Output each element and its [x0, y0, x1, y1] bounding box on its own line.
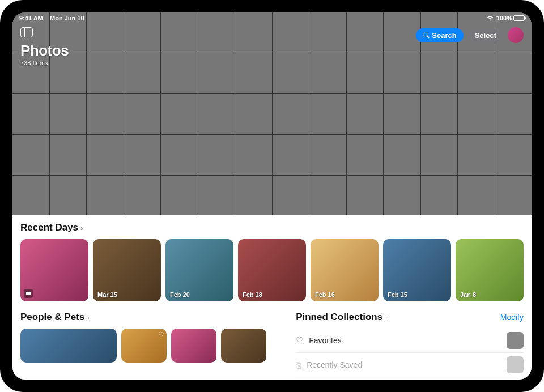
people-pets-header[interactable]: People & Pets › [20, 312, 282, 323]
photo-thumbnail[interactable] [421, 176, 458, 215]
pinned-item-label: Favorites [309, 336, 342, 345]
photo-thumbnail[interactable] [458, 176, 495, 215]
photo-thumbnail[interactable] [124, 176, 161, 215]
photo-thumbnail[interactable] [309, 135, 346, 175]
photo-thumbnail[interactable] [458, 94, 495, 134]
people-pets-title: People & Pets [20, 312, 84, 323]
photo-thumbnail[interactable] [384, 94, 420, 134]
main-content[interactable]: Photos 738 Items Search Select [12, 12, 532, 380]
photo-thumbnail[interactable] [161, 94, 198, 134]
recent-days-title: Recent Days [20, 222, 78, 233]
photo-thumbnail[interactable] [124, 94, 161, 134]
chevron-right-icon: › [87, 313, 89, 322]
people-card[interactable]: ♡ [121, 329, 167, 363]
profile-avatar[interactable] [508, 27, 524, 43]
ipad-frame: ••• 9:41 AM Mon Jun 10 100% [0, 0, 544, 392]
photo-thumbnail[interactable] [235, 135, 272, 175]
photo-thumbnail[interactable] [495, 176, 532, 215]
photo-thumbnail[interactable] [198, 135, 235, 175]
photo-thumbnail[interactable] [273, 135, 309, 175]
recent-day-card[interactable]: Feb 18 [238, 239, 306, 301]
photo-thumbnail[interactable] [198, 94, 235, 134]
photo-thumbnail[interactable] [273, 94, 309, 134]
recent-day-card[interactable] [20, 239, 88, 301]
pinned-header[interactable]: Pinned Collections › [296, 312, 387, 323]
status-date: Mon Jun 10 [50, 15, 84, 22]
recent-days-scroller[interactable]: Mar 15Feb 20Feb 18Feb 16Feb 15Jan 8N [20, 239, 524, 301]
photo-thumbnail[interactable] [50, 176, 87, 215]
photo-thumbnail[interactable] [421, 135, 458, 175]
photo-thumbnail[interactable] [347, 135, 384, 175]
screen: ••• 9:41 AM Mon Jun 10 100% [12, 12, 532, 380]
heart-outline-icon: ♡ [296, 335, 303, 346]
day-card-label: Feb 15 [388, 291, 407, 298]
photo-thumbnail[interactable] [235, 176, 272, 215]
photo-thumbnail[interactable] [12, 94, 49, 134]
search-button[interactable]: Search [416, 28, 463, 42]
select-button[interactable]: Select [468, 28, 503, 42]
photo-thumbnail[interactable] [495, 94, 532, 134]
search-label: Search [432, 31, 456, 40]
recent-days-header[interactable]: Recent Days › [20, 222, 524, 233]
day-card-label: Feb 20 [170, 291, 190, 298]
recent-day-card[interactable]: Feb 16 [311, 239, 379, 301]
pinned-item-label: Recently Saved [307, 360, 362, 369]
photo-thumbnail[interactable] [384, 176, 420, 215]
photo-thumbnail[interactable] [12, 176, 49, 215]
select-label: Select [475, 31, 496, 40]
photo-thumbnail[interactable] [495, 135, 532, 175]
recent-day-card[interactable]: Feb 15 [383, 239, 451, 301]
sidebar-toggle-icon[interactable] [20, 27, 33, 37]
search-icon [423, 32, 430, 39]
recent-day-card[interactable]: Feb 20 [165, 239, 233, 301]
recent-day-card[interactable]: Jan 8 [456, 239, 524, 301]
photo-thumbnail[interactable] [347, 176, 384, 215]
lower-sections: Recent Days › Mar 15Feb 20Feb 18Feb 16Fe… [12, 215, 532, 380]
item-count: 738 Items [20, 59, 69, 66]
header-overlay: Photos 738 Items Search Select [12, 24, 532, 66]
svg-rect-0 [26, 292, 31, 295]
pinned-title: Pinned Collections [296, 312, 382, 323]
shared-library-icon [24, 289, 33, 298]
bookmark-icon: ⎘ [296, 360, 301, 370]
photo-thumbnail[interactable] [161, 135, 198, 175]
photo-thumbnail[interactable] [235, 94, 272, 134]
status-bar: 9:41 AM Mon Jun 10 100% [12, 12, 532, 24]
library-grid-area: Photos 738 Items Search Select [12, 12, 532, 215]
photo-thumbnail[interactable] [50, 94, 87, 134]
status-left: 9:41 AM Mon Jun 10 [19, 15, 84, 22]
photo-thumbnail[interactable] [347, 94, 384, 134]
photo-thumbnail[interactable] [87, 135, 124, 175]
photo-thumbnail[interactable] [309, 176, 346, 215]
people-pets-scroller[interactable]: ♡ [20, 329, 282, 363]
recent-day-card[interactable]: Mar 15 [93, 239, 161, 301]
photo-thumbnail[interactable] [421, 94, 458, 134]
people-card[interactable] [20, 329, 117, 363]
photo-thumbnail[interactable] [87, 176, 124, 215]
photo-thumbnail[interactable] [50, 135, 87, 175]
photo-thumbnail[interactable] [12, 135, 49, 175]
battery-indicator: 100% [496, 15, 525, 22]
chevron-right-icon: › [385, 313, 387, 322]
photo-thumbnail[interactable] [384, 135, 420, 175]
photo-thumbnail[interactable] [198, 176, 235, 215]
photo-thumbnail[interactable] [273, 176, 309, 215]
day-card-label: Jan 8 [460, 291, 476, 298]
status-time: 9:41 AM [19, 15, 43, 22]
photo-thumbnail[interactable] [87, 94, 124, 134]
people-card[interactable] [221, 329, 266, 363]
people-card[interactable] [171, 329, 216, 363]
day-card-label: Mar 15 [97, 291, 117, 298]
photo-thumbnail[interactable] [124, 135, 161, 175]
chevron-right-icon: › [80, 224, 83, 232]
photo-thumbnail[interactable] [161, 176, 198, 215]
status-right: 100% [486, 15, 525, 22]
photo-thumbnail[interactable] [309, 94, 346, 134]
modify-button[interactable]: Modify [500, 313, 524, 322]
photo-thumbnail[interactable] [458, 135, 495, 175]
pinned-item-favorites[interactable]: ♡ Favorites [296, 329, 524, 353]
pinned-item-recently-saved[interactable]: ⎘ Recently Saved [296, 353, 524, 377]
page-title: Photos [20, 42, 69, 59]
wifi-icon [486, 15, 494, 22]
battery-percent: 100% [496, 15, 512, 22]
